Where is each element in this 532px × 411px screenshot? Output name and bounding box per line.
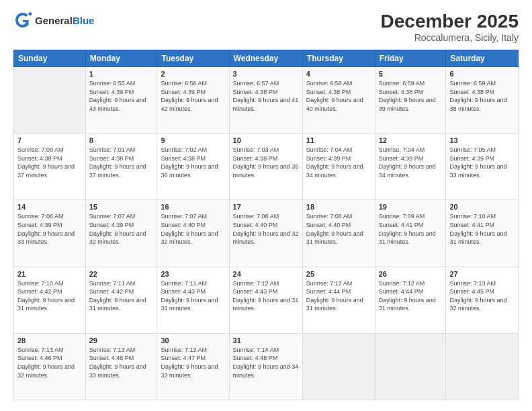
day-number: 26 [379,270,443,278]
day-number: 3 [233,70,299,78]
day-number: 29 [89,336,154,345]
calendar-cell: 28Sunrise: 7:13 AMSunset: 4:46 PMDayligh… [14,333,86,400]
calendar-cell: 1Sunrise: 6:55 AMSunset: 4:39 PMDaylight… [85,67,157,134]
day-info: Sunrise: 7:10 AMSunset: 4:42 PMDaylight:… [17,279,82,313]
day-info: Sunrise: 7:04 AMSunset: 4:39 PMDaylight:… [306,146,371,179]
day-number: 28 [17,336,82,345]
day-info: Sunrise: 7:01 AMSunset: 4:38 PMDaylight:… [89,146,154,179]
day-number: 4 [306,70,371,78]
calendar-cell: 22Sunrise: 7:11 AMSunset: 4:42 PMDayligh… [85,267,157,333]
day-number: 11 [306,136,371,144]
calendar-cell: 30Sunrise: 7:13 AMSunset: 4:47 PMDayligh… [157,333,229,400]
logo-general: General [35,15,73,26]
day-number: 10 [233,136,299,144]
day-info: Sunrise: 7:05 AMSunset: 4:39 PMDaylight:… [449,146,515,179]
day-info: Sunrise: 7:08 AMSunset: 4:40 PMDaylight:… [306,212,371,246]
day-number: 30 [161,336,225,345]
day-number: 27 [449,270,515,278]
logo-icon [13,11,32,30]
weekday-header: Sunday [14,50,86,67]
calendar-body: 1Sunrise: 6:55 AMSunset: 4:39 PMDaylight… [14,67,519,400]
calendar: SundayMondayTuesdayWednesdayThursdayFrid… [13,50,519,400]
day-info: Sunrise: 6:55 AMSunset: 4:39 PMDaylight:… [89,79,154,113]
calendar-week-row: 1Sunrise: 6:55 AMSunset: 4:39 PMDaylight… [14,67,519,134]
calendar-cell: 10Sunrise: 7:03 AMSunset: 4:38 PMDayligh… [229,134,302,200]
location-title: Roccalumera, Sicily, Italy [381,32,519,43]
calendar-cell: 18Sunrise: 7:08 AMSunset: 4:40 PMDayligh… [302,200,375,267]
day-number: 19 [379,203,443,211]
day-number: 21 [17,270,82,278]
weekday-row: SundayMondayTuesdayWednesdayThursdayFrid… [14,50,519,67]
calendar-cell: 23Sunrise: 7:11 AMSunset: 4:43 PMDayligh… [157,267,229,333]
weekday-header: Monday [85,50,157,67]
calendar-cell: 29Sunrise: 7:13 AMSunset: 4:46 PMDayligh… [85,333,157,400]
calendar-cell: 20Sunrise: 7:10 AMSunset: 4:41 PMDayligh… [446,200,519,267]
day-number: 17 [233,203,299,211]
day-info: Sunrise: 7:13 AMSunset: 4:45 PMDaylight:… [449,279,515,313]
calendar-cell [446,333,519,400]
day-info: Sunrise: 7:13 AMSunset: 4:46 PMDaylight:… [17,346,82,379]
day-number: 9 [161,136,225,144]
day-info: Sunrise: 7:11 AMSunset: 4:42 PMDaylight:… [89,279,154,313]
day-number: 18 [306,203,371,211]
calendar-cell [302,333,375,400]
day-info: Sunrise: 7:10 AMSunset: 4:41 PMDaylight:… [449,212,515,246]
calendar-week-row: 28Sunrise: 7:13 AMSunset: 4:46 PMDayligh… [14,333,519,400]
calendar-cell: 19Sunrise: 7:09 AMSunset: 4:41 PMDayligh… [375,200,446,267]
calendar-cell: 16Sunrise: 7:07 AMSunset: 4:40 PMDayligh… [157,200,229,267]
calendar-cell: 7Sunrise: 7:00 AMSunset: 4:38 PMDaylight… [14,134,86,200]
day-number: 2 [161,70,225,78]
calendar-cell: 6Sunrise: 6:59 AMSunset: 4:38 PMDaylight… [446,67,519,134]
calendar-cell: 4Sunrise: 6:58 AMSunset: 4:38 PMDaylight… [302,67,375,134]
calendar-cell: 15Sunrise: 7:07 AMSunset: 4:39 PMDayligh… [85,200,157,267]
day-number: 22 [89,270,154,278]
day-info: Sunrise: 7:14 AMSunset: 4:48 PMDaylight:… [233,346,299,379]
day-info: Sunrise: 7:12 AMSunset: 4:44 PMDaylight:… [306,279,371,313]
weekday-header: Thursday [302,50,375,67]
calendar-cell: 3Sunrise: 6:57 AMSunset: 4:38 PMDaylight… [229,67,302,134]
day-number: 7 [17,136,82,144]
day-number: 20 [449,203,515,211]
logo-blue: Blue [73,15,95,26]
header: GeneralBlue December 2025 Roccalumera, S… [13,11,519,43]
day-number: 1 [89,70,154,78]
day-number: 14 [17,203,82,211]
weekday-header: Wednesday [229,50,302,67]
day-info: Sunrise: 7:12 AMSunset: 4:44 PMDaylight:… [379,279,443,313]
day-number: 13 [449,136,515,144]
calendar-cell: 21Sunrise: 7:10 AMSunset: 4:42 PMDayligh… [14,267,86,333]
calendar-cell: 12Sunrise: 7:04 AMSunset: 4:39 PMDayligh… [375,134,446,200]
day-info: Sunrise: 7:06 AMSunset: 4:39 PMDaylight:… [17,212,82,246]
weekday-header: Tuesday [157,50,229,67]
calendar-cell: 2Sunrise: 6:56 AMSunset: 4:39 PMDaylight… [157,67,229,134]
day-info: Sunrise: 7:07 AMSunset: 4:39 PMDaylight:… [89,212,154,246]
weekday-header: Saturday [446,50,519,67]
day-info: Sunrise: 7:13 AMSunset: 4:46 PMDaylight:… [89,346,154,379]
day-number: 24 [233,270,299,278]
day-info: Sunrise: 7:04 AMSunset: 4:39 PMDaylight:… [379,146,443,179]
logo-text: GeneralBlue [35,15,94,26]
day-info: Sunrise: 6:57 AMSunset: 4:38 PMDaylight:… [233,79,299,113]
day-number: 31 [233,336,299,345]
day-number: 8 [89,136,154,144]
calendar-cell: 17Sunrise: 7:08 AMSunset: 4:40 PMDayligh… [229,200,302,267]
day-info: Sunrise: 7:11 AMSunset: 4:43 PMDaylight:… [161,279,225,313]
calendar-week-row: 7Sunrise: 7:00 AMSunset: 4:38 PMDaylight… [14,134,519,200]
day-info: Sunrise: 7:09 AMSunset: 4:41 PMDaylight:… [379,212,443,246]
calendar-cell: 5Sunrise: 6:59 AMSunset: 4:38 PMDaylight… [375,67,446,134]
day-info: Sunrise: 7:12 AMSunset: 4:43 PMDaylight:… [233,279,299,313]
month-title: December 2025 [381,11,519,32]
calendar-cell: 31Sunrise: 7:14 AMSunset: 4:48 PMDayligh… [229,333,302,400]
day-info: Sunrise: 7:07 AMSunset: 4:40 PMDaylight:… [161,212,225,246]
calendar-cell: 26Sunrise: 7:12 AMSunset: 4:44 PMDayligh… [375,267,446,333]
calendar-cell: 14Sunrise: 7:06 AMSunset: 4:39 PMDayligh… [14,200,86,267]
day-info: Sunrise: 6:56 AMSunset: 4:39 PMDaylight:… [161,79,225,113]
calendar-cell [375,333,446,400]
calendar-week-row: 14Sunrise: 7:06 AMSunset: 4:39 PMDayligh… [14,200,519,267]
day-info: Sunrise: 7:02 AMSunset: 4:38 PMDaylight:… [161,146,225,179]
day-number: 16 [161,203,225,211]
day-number: 25 [306,270,371,278]
day-number: 23 [161,270,225,278]
calendar-header: SundayMondayTuesdayWednesdayThursdayFrid… [14,50,519,67]
day-number: 5 [379,70,443,78]
